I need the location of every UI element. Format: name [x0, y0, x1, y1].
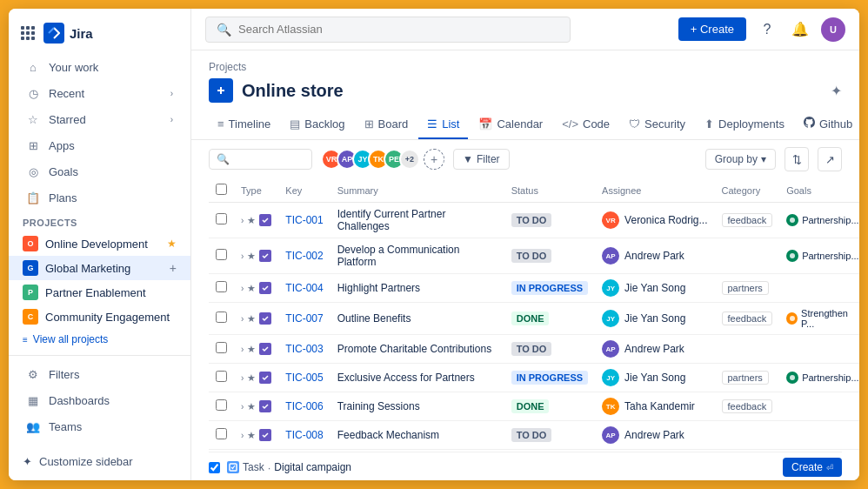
category-badge: feedback	[722, 399, 773, 413]
view-all-projects-link[interactable]: ≡ View all projects	[9, 329, 190, 350]
sidebar-item-apps[interactable]: ⊞ Apps	[12, 133, 187, 157]
row-checkbox-cell	[209, 303, 234, 335]
avatar-count[interactable]: +2	[399, 149, 420, 170]
create-issue-button[interactable]: Create ⏎	[783, 458, 842, 477]
row-checkbox[interactable]	[216, 249, 227, 260]
grid-menu-icon[interactable]	[19, 24, 37, 42]
sidebar-item-global-marketing[interactable]: G Global Marketing +	[9, 256, 190, 280]
star-row-icon[interactable]: ★	[247, 215, 256, 226]
tab-code[interactable]: </> Code	[553, 111, 618, 139]
category-cell: feedback	[715, 303, 780, 335]
col-category[interactable]: Category	[715, 178, 780, 203]
project-star-button[interactable]: ✦	[831, 83, 842, 99]
tab-deployments[interactable]: ⬆ Deployments	[696, 111, 793, 139]
col-summary[interactable]: Summary	[331, 178, 504, 203]
create-button[interactable]: + Create	[678, 17, 746, 41]
key-cell[interactable]: TIC-005	[278, 364, 330, 392]
search-input[interactable]	[238, 23, 559, 36]
col-assignee[interactable]: Assignee	[595, 178, 714, 203]
new-item-checkbox[interactable]	[209, 462, 220, 473]
type-cell: › ★	[234, 392, 278, 421]
add-assignee-filter[interactable]: +	[424, 149, 444, 170]
key-cell[interactable]: TIC-003	[278, 335, 330, 364]
assignee-cell: AP Andrew Park	[595, 421, 714, 450]
row-checkbox[interactable]	[216, 281, 227, 292]
row-checkbox[interactable]	[216, 371, 227, 382]
new-item-input[interactable]	[274, 461, 783, 473]
sidebar-item-plans[interactable]: 📋 Plans	[12, 185, 187, 210]
goals-col-cell: Strengthen P...	[779, 303, 859, 335]
group-by-button[interactable]: Group by ▾	[705, 149, 776, 170]
export-button[interactable]: ↗	[818, 147, 842, 171]
key-cell[interactable]: TIC-008	[278, 421, 330, 450]
col-status[interactable]: Status	[504, 178, 595, 203]
tab-security[interactable]: 🛡 Security	[620, 111, 694, 139]
goals-col-cell	[779, 392, 859, 421]
home-icon: ⌂	[26, 60, 40, 74]
expand-row-icon[interactable]: ›	[241, 373, 244, 383]
projects-section-label: Projects	[23, 218, 77, 228]
sidebar-item-partner-enablement[interactable]: P Partner Enablement	[9, 280, 190, 305]
help-button[interactable]: ?	[755, 17, 779, 42]
global-search[interactable]: 🔍	[205, 17, 571, 43]
sidebar-item-your-work[interactable]: ⌂ Your work	[12, 55, 187, 79]
select-all-checkbox[interactable]	[216, 184, 227, 195]
row-checkbox[interactable]	[216, 342, 227, 353]
expand-row-icon[interactable]: ›	[241, 216, 244, 225]
timeline-icon: ≡	[217, 117, 224, 131]
tab-calendar[interactable]: 📅 Calendar	[470, 111, 551, 139]
col-key[interactable]: Key	[278, 178, 330, 203]
plus-icon-project[interactable]: +	[170, 261, 177, 275]
sidebar-item-dashboards[interactable]: ▦ Dashboards	[12, 388, 187, 412]
app-container: Jira ⌂ Your work ◷ Recent › ☆ Starred › …	[9, 9, 859, 480]
assignee-cell: JY Jie Yan Song	[595, 274, 714, 303]
tab-board[interactable]: ⊞ Board	[356, 111, 417, 139]
row-checkbox[interactable]	[216, 399, 227, 411]
row-checkbox[interactable]	[216, 213, 227, 224]
star-row-icon[interactable]: ★	[247, 283, 256, 294]
sidebar-item-starred[interactable]: ☆ Starred ›	[12, 107, 187, 131]
col-goals[interactable]: Goals	[779, 178, 859, 203]
list-search-box[interactable]: 🔍	[209, 149, 312, 170]
expand-row-icon[interactable]: ›	[241, 402, 244, 412]
jira-logo[interactable]: Jira	[43, 23, 93, 44]
task-type-selector[interactable]: Task	[227, 461, 264, 473]
star-row-icon[interactable]: ★	[247, 401, 256, 412]
deployments-icon: ⬆	[704, 117, 714, 131]
expand-row-icon[interactable]: ›	[241, 345, 244, 354]
key-cell[interactable]: TIC-007	[278, 303, 330, 335]
row-checkbox-cell	[209, 274, 234, 303]
key-cell[interactable]: TIC-006	[278, 392, 330, 421]
expand-row-icon[interactable]: ›	[241, 251, 244, 261]
sort-button[interactable]: ⇅	[785, 147, 809, 171]
star-row-icon[interactable]: ★	[247, 344, 256, 355]
user-avatar[interactable]: U	[821, 17, 845, 42]
row-checkbox[interactable]	[216, 311, 227, 323]
list-search-input[interactable]	[235, 153, 304, 165]
customize-sidebar-btn[interactable]: ✦ Customize sidebar	[9, 450, 190, 473]
sidebar-item-online-dev[interactable]: O Online Development ★	[9, 231, 190, 256]
sidebar-item-filters[interactable]: ⚙ Filters	[12, 362, 187, 386]
tab-timeline[interactable]: ≡ Timeline	[209, 111, 279, 139]
expand-row-icon[interactable]: ›	[241, 314, 244, 324]
tab-github[interactable]: Github	[795, 110, 859, 139]
col-type[interactable]: Type	[234, 178, 278, 203]
sidebar-item-teams[interactable]: 👥 Teams	[12, 414, 187, 439]
tab-backlog[interactable]: ▤ Backlog	[281, 111, 353, 139]
key-cell[interactable]: TIC-004	[278, 274, 330, 303]
sidebar-item-community-engagement[interactable]: C Community Engagement	[9, 305, 190, 329]
notifications-button[interactable]: 🔔	[788, 17, 812, 42]
star-row-icon[interactable]: ★	[247, 251, 256, 262]
star-row-icon[interactable]: ★	[247, 430, 256, 441]
filter-button[interactable]: ▼ Filter	[453, 149, 510, 170]
sidebar-item-goals[interactable]: ◎ Goals	[12, 159, 187, 184]
sidebar-item-recent[interactable]: ◷ Recent ›	[12, 81, 187, 105]
key-cell[interactable]: TIC-002	[278, 238, 330, 274]
key-cell[interactable]: TIC-001	[278, 203, 330, 238]
expand-row-icon[interactable]: ›	[241, 431, 244, 440]
row-checkbox[interactable]	[216, 428, 227, 439]
tab-list[interactable]: ☰ List	[418, 111, 468, 139]
expand-row-icon[interactable]: ›	[241, 284, 244, 293]
star-row-icon[interactable]: ★	[247, 313, 256, 325]
star-row-icon[interactable]: ★	[247, 372, 256, 384]
